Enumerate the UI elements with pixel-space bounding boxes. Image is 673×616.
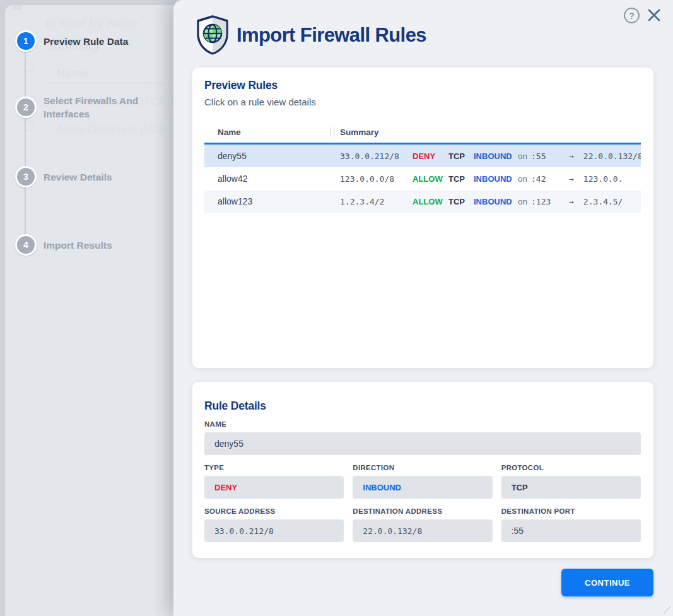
field-label: PROTOCOL [501,464,641,471]
field-label: NAME [204,420,641,428]
rule-action-badge: DENY [413,151,448,161]
rule-summary: 123.0.0.0/8 ALLOW TCP INBOUND on :42 → 1… [340,174,623,184]
rule-source: 123.0.0.0/8 [340,174,413,184]
column-header-name: Name [218,127,241,137]
wizard-stepper-panel: 1 Preview Rule Data 2 Select Firewalls A… [5,5,173,616]
destination-address-value-box: 22.0.0.132/8 [353,519,492,542]
rule-port: :123 [531,197,569,206]
field-value: :55 [512,526,524,536]
rule-port: :42 [531,174,569,184]
field-destination-address: DESTINATION ADDRESS 22.0.0.132/8 [353,507,492,542]
rule-details-title: Rule Details [204,400,641,413]
field-type: TYPE DENY [204,464,344,499]
field-label: TYPE [204,464,344,471]
rule-on-label: on [518,197,531,206]
help-icon[interactable]: ? [624,8,640,23]
close-icon[interactable] [647,8,662,23]
stepper-connector-line [25,41,26,245]
rule-summary: 33.0.0.212/8 DENY TCP INBOUND on :55 → 2… [340,151,641,161]
column-resize-icon[interactable] [331,127,334,136]
field-value: INBOUND [363,483,401,492]
type-value-box: DENY [204,476,344,499]
preview-rules-card: Preview Rules Click on a rule view detai… [192,68,653,368]
dialog-header: Import Firewall Rules [196,15,426,55]
field-value: DENY [214,483,237,492]
step-label: Review Details [44,170,112,184]
field-value: TCP [512,483,528,492]
rule-direction-badge: INBOUND [474,197,518,206]
protocol-value-box: TCP [501,476,641,499]
field-value: 22.0.0.132/8 [363,526,422,536]
rules-table-header: Name Summary [204,121,641,143]
rule-source: 33.0.0.212/8 [340,151,413,161]
table-row-deny55[interactable]: deny55 33.0.0.212/8 DENY TCP INBOUND on … [204,143,641,167]
table-row-allow123[interactable]: allow123 1.2.3.4/2 ALLOW TCP INBOUND on … [204,190,641,213]
rule-protocol-badge: TCP [448,174,474,184]
field-name: NAME deny55 [204,420,641,455]
shield-globe-icon [196,15,230,55]
stepper-step-select-firewalls[interactable]: 2 Select Firewalls And Interfaces [15,94,163,121]
preview-rules-subtitle: Click on a rule view details [204,97,316,107]
field-label: DIRECTION [353,464,492,471]
rule-name: allow123 [204,196,340,206]
rule-summary: 1.2.3.4/2 ALLOW TCP INBOUND on :123 → 2.… [340,197,623,206]
rule-action-badge: ALLOW [413,197,448,206]
rule-name: allow42 [204,174,340,184]
preview-rules-title: Preview Rules [204,79,278,92]
stepper-step-review-details[interactable]: 3 Review Details [15,166,112,187]
field-label: SOURCE ADDRESS [204,507,344,515]
rule-protocol-badge: TCP [448,197,474,206]
arrow-right-icon: → [569,197,574,206]
rule-destination: 123.0.0. [583,174,623,184]
rules-table: Name Summary deny55 33.0.0.212/8 DENY TC… [204,121,641,213]
rule-details-card: Rule Details NAME deny55 TYPE DENY DIREC… [192,382,653,558]
rule-on-label: on [518,174,531,184]
rule-protocol-badge: TCP [448,151,474,161]
rule-source: 1.2.3.4/2 [340,197,413,206]
step-label: Import Results [44,239,112,252]
step-label: Select Firewalls And Interfaces [44,94,163,121]
field-direction: DIRECTION INBOUND [353,464,492,499]
arrow-right-icon: → [569,174,574,184]
field-value: 33.0.0.212/8 [214,526,274,536]
direction-value-box: INBOUND [353,476,492,499]
field-destination-port: DESTINATION PORT :55 [501,507,641,542]
source-address-value-box: 33.0.0.212/8 [204,519,344,542]
column-header-summary: Summary [340,127,379,137]
step-number-badge: 3 [15,166,37,187]
step-number-badge: 1 [15,30,37,52]
rule-on-label: on [518,151,531,161]
rule-direction-badge: INBOUND [474,174,518,184]
step-number-badge: 4 [15,234,37,256]
field-protocol: PROTOCOL TCP [501,464,641,499]
step-label: Preview Rule Data [44,35,128,48]
import-firewall-rules-dialog: Import Firewall Rules ? Preview Rules Cl… [173,0,673,616]
rule-name: deny55 [204,151,340,161]
dialog-title: Import Firewall Rules [237,24,426,47]
field-value: deny55 [214,439,243,449]
rule-action-badge: ALLOW [413,174,448,184]
table-row-allow42[interactable]: allow42 123.0.0.0/8 ALLOW TCP INBOUND on… [204,167,641,190]
name-value-box: deny55 [204,432,641,455]
stepper-step-preview-rule-data[interactable]: 1 Preview Rule Data [15,30,128,52]
continue-button[interactable]: CONTINUE [561,569,653,596]
rule-port: :55 [531,151,569,161]
resize-corner-icon [662,605,671,614]
step-number-badge: 2 [15,97,37,118]
destination-port-value-box: :55 [501,519,641,542]
field-label: DESTINATION ADDRESS [353,507,492,515]
arrow-right-icon: → [569,151,574,161]
rule-destination: 2.3.4.5/ [583,197,623,206]
rule-destination: 22.0.0.132/8 [583,151,641,161]
stepper-step-import-results[interactable]: 4 Import Results [15,234,112,256]
rule-direction-badge: INBOUND [474,151,518,161]
field-label: DESTINATION PORT [501,507,641,515]
field-source-address: SOURCE ADDRESS 33.0.0.212/8 [204,507,344,542]
